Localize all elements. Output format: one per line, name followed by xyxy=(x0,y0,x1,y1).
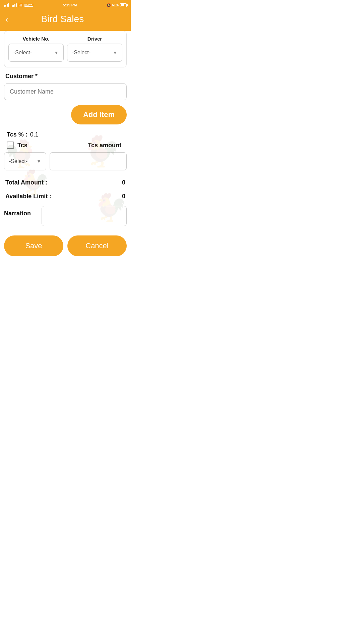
customer-name-input[interactable] xyxy=(4,83,127,100)
wifi-icon: 📶 xyxy=(18,3,23,7)
status-left: 📶 VoLTE xyxy=(4,3,33,7)
driver-col: Driver -Select- ▼ xyxy=(67,36,122,62)
tcs-percent-value: 0.1 xyxy=(30,131,39,138)
customer-label: Customer * xyxy=(5,73,125,80)
add-item-row: Add Item xyxy=(4,100,127,129)
page-title: Bird Sales xyxy=(12,14,113,24)
tcs-checkbox-label: Tcs xyxy=(17,142,27,149)
total-amount-label: Total Amount : xyxy=(5,179,47,186)
vehicle-label: Vehicle No. xyxy=(8,36,64,42)
driver-label: Driver xyxy=(67,36,122,42)
battery-icon xyxy=(120,3,127,7)
available-limit-row: Available Limit : 0 xyxy=(4,190,127,203)
bottom-buttons: Save Cancel xyxy=(0,231,131,263)
total-amount-value: 0 xyxy=(122,179,125,186)
signal-bars-1 xyxy=(4,3,9,7)
tcs-select[interactable]: -Select- ▼ xyxy=(4,152,46,170)
bell-icon: 🔕 xyxy=(107,3,111,7)
tcs-checkbox[interactable] xyxy=(7,142,14,149)
available-limit-value: 0 xyxy=(122,193,125,200)
tcs-percent-row: Tcs % : 0.1 xyxy=(7,131,124,138)
cancel-button[interactable]: Cancel xyxy=(67,235,127,256)
tcs-percent-label: Tcs % : xyxy=(7,131,27,138)
narration-input[interactable] xyxy=(42,206,127,226)
tcs-amount-label: Tcs amount xyxy=(88,142,121,149)
form-content: Vehicle No. -Select- ▼ Driver -Select- ▼… xyxy=(0,31,131,231)
tcs-chevron-icon: ▼ xyxy=(37,159,41,164)
tcs-select-value: -Select- xyxy=(9,158,27,164)
app-header: ‹ Bird Sales xyxy=(0,9,131,31)
vehicle-select[interactable]: -Select- ▼ xyxy=(8,44,64,62)
save-button[interactable]: Save xyxy=(4,235,63,256)
battery-percent: 61% xyxy=(112,3,119,7)
add-item-button[interactable]: Add Item xyxy=(71,105,127,124)
driver-chevron-icon: ▼ xyxy=(113,50,117,55)
available-limit-label: Available Limit : xyxy=(5,193,51,200)
driver-select-value: -Select- xyxy=(72,50,90,56)
volte-badge: VoLTE xyxy=(24,4,33,7)
tcs-controls-row: -Select- ▼ xyxy=(4,152,127,170)
status-bar: 📶 VoLTE 5:19 PM 🔕 61% xyxy=(0,0,131,9)
narration-label: Narration xyxy=(4,206,38,217)
vehicle-col: Vehicle No. -Select- ▼ xyxy=(8,36,64,62)
driver-select[interactable]: -Select- ▼ xyxy=(67,44,122,62)
status-right: 🔕 61% xyxy=(107,3,127,7)
total-amount-row: Total Amount : 0 xyxy=(4,176,127,190)
signal-bars-2 xyxy=(12,3,17,7)
vehicle-driver-card: Vehicle No. -Select- ▼ Driver -Select- ▼ xyxy=(4,31,127,67)
tcs-amount-input[interactable] xyxy=(50,152,127,170)
vehicle-chevron-icon: ▼ xyxy=(54,50,59,55)
vehicle-select-value: -Select- xyxy=(13,50,32,56)
narration-row: Narration xyxy=(4,206,127,226)
status-time: 5:19 PM xyxy=(63,3,77,7)
back-button[interactable]: ‹ xyxy=(5,15,8,23)
tcs-checkbox-row: Tcs xyxy=(7,142,27,149)
